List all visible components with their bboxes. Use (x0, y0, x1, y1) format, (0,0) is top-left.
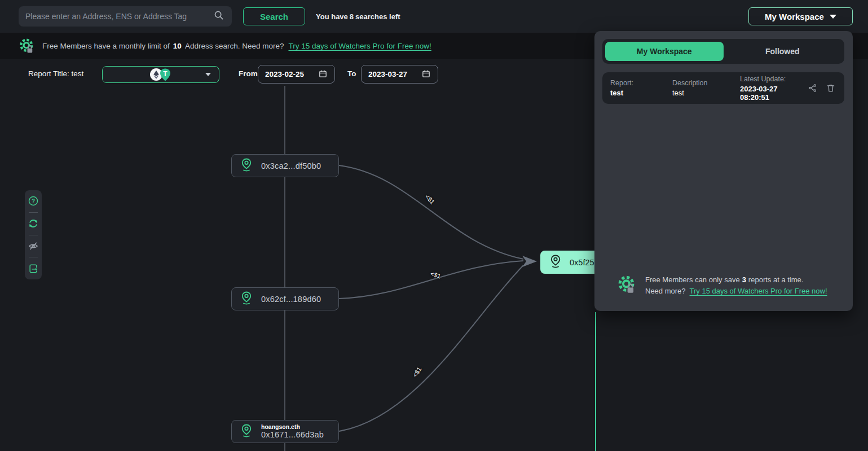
report-value: test (610, 89, 672, 97)
node-address: 0x3ca2...df50b0 (261, 161, 321, 170)
gear-lock-icon (19, 38, 36, 55)
to-label: To (347, 69, 356, 78)
calendar-icon (318, 69, 328, 80)
footer-line-2: Need more?Try 15 days of Watchers Pro fo… (645, 287, 827, 295)
edge-arrowhead (522, 256, 537, 267)
svg-text:?: ? (32, 198, 35, 204)
banner-limit-count: 10 (173, 42, 182, 50)
location-pin-icon (240, 291, 253, 308)
description-value: test (672, 89, 740, 97)
tether-token-icon: T (158, 68, 172, 82)
banner-text: Free Members have a monthly limit of (42, 42, 170, 50)
delete-trash-icon[interactable] (825, 82, 836, 94)
save-export-button[interactable] (27, 262, 39, 275)
report-label: Report: (610, 79, 672, 87)
search-box[interactable] (19, 6, 232, 27)
report-title-label: Report Title: test (28, 69, 83, 78)
refresh-button[interactable] (27, 217, 39, 230)
node-address: 0x62cf...189d60 (261, 295, 321, 304)
edge-node3-to-selected[interactable] (339, 265, 523, 431)
chevron-down-icon (830, 15, 836, 19)
tab-my-workspace[interactable]: My Workspace (605, 42, 724, 61)
banner-text-2: Address search. Need more? (185, 42, 284, 50)
panel-footer: Free Members can only save3reports at a … (617, 275, 844, 295)
node-address: 0x5f25 (570, 258, 594, 267)
calendar-icon (421, 69, 431, 80)
svg-text:T: T (163, 69, 168, 77)
report-toolbar: Report Title: test T From 2023-02-25 To … (0, 59, 592, 89)
address-node-3[interactable]: hoangson.eth 0x1671...66d3ab (231, 420, 339, 443)
latest-update-value: 2023-03-27 08:20:51 (740, 85, 807, 102)
location-pin-icon (549, 254, 562, 271)
node-address: 0x1671...66d3ab (261, 430, 324, 440)
hide-eye-off-button[interactable] (27, 240, 39, 252)
to-date-input[interactable]: 2023-03-27 (361, 65, 438, 84)
workspace-tabs: My Workspace Followed (602, 39, 844, 64)
workspace-panel: My Workspace Followed Report: test Descr… (594, 31, 853, 311)
my-workspace-button[interactable]: My Workspace (748, 7, 853, 25)
searches-left-text: You have8searches left (316, 12, 400, 21)
latest-update-label: Latest Update: (740, 75, 807, 83)
location-pin-icon (240, 423, 253, 440)
address-node-2[interactable]: 0x62cf...189d60 (231, 287, 339, 310)
chevron-down-icon (205, 73, 211, 76)
divider (29, 235, 38, 235)
top-bar: Search You have8searches left My Workspa… (0, 0, 868, 33)
node-ens-name: hoangson.eth (261, 423, 324, 430)
footer-line-1: Free Members can only save3reports at a … (645, 275, 827, 284)
from-date-input[interactable]: 2023-02-25 (258, 65, 335, 84)
divider (29, 212, 38, 213)
try-pro-link[interactable]: Try 15 days of Watchers Pro for Free now… (690, 287, 827, 295)
search-button[interactable]: Search (243, 7, 305, 25)
edge-node1-to-selected[interactable] (339, 165, 523, 259)
description-label: Description (672, 79, 740, 87)
help-button[interactable]: ? (27, 195, 39, 207)
search-input[interactable] (25, 12, 213, 21)
share-icon[interactable] (807, 82, 818, 94)
gear-lock-icon (617, 275, 637, 295)
address-node-1[interactable]: 0x3ca2...df50b0 (231, 154, 339, 177)
report-row[interactable]: Report: test Description test Latest Upd… (602, 72, 844, 104)
try-pro-link[interactable]: Try 15 days of Watchers Pro for Free now… (288, 42, 431, 50)
from-label: From (239, 69, 258, 78)
token-filter-dropdown[interactable]: T (102, 66, 219, 83)
search-icon[interactable] (213, 9, 225, 24)
edge-node2-to-selected[interactable] (339, 261, 523, 299)
graph-tools-panel: ? (25, 190, 42, 279)
location-pin-icon (240, 157, 253, 174)
divider (29, 257, 38, 257)
tab-followed[interactable]: Followed (724, 42, 842, 61)
